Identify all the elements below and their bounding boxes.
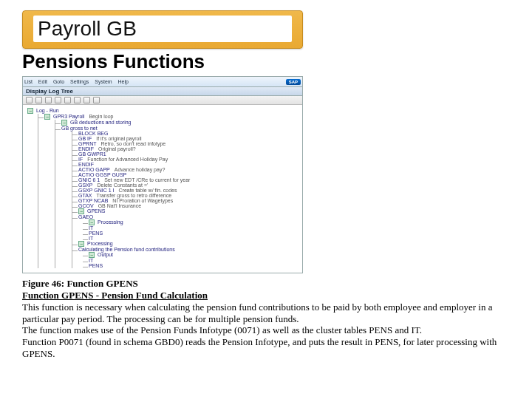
search-icon[interactable] [64, 97, 71, 103]
tree-row[interactable]: GB IFIf it's original payroll [78, 136, 298, 141]
row-comment: Create table w/ fin. codes [119, 188, 177, 193]
row-label: Output [98, 252, 113, 257]
row-label: GPRNT [78, 141, 97, 146]
row-label: ACTIO GGSP GUSP [78, 172, 126, 177]
tree-sub-line[interactable]: GB gross to net [61, 126, 298, 131]
tree-root[interactable]: − Log - Run [27, 108, 298, 114]
sap-page-title: Display Log Tree [23, 87, 302, 96]
body-text-2: The function makes use of the Pension Fu… [22, 324, 510, 336]
row-comment: If it's original payroll [96, 136, 141, 141]
row-label: Processing [98, 219, 123, 225]
row-comment: Set new EDT /CRe to current for year [104, 177, 190, 183]
row-label: PENS [89, 263, 103, 268]
menu-edit[interactable]: Edit [38, 79, 47, 84]
sap-window: List Edit Goto Settings System Help SAP … [22, 76, 303, 273]
tree-row[interactable]: ACTIO GAPPAdvance holiday pay? [78, 167, 298, 172]
tree-row[interactable]: GPRNTRetro, so don't read infotype [78, 141, 298, 146]
tree-row[interactable]: −Processing [78, 241, 298, 247]
tree-row[interactable]: GTAXTransfer gross to retro difference [78, 193, 298, 198]
page-title: Payroll GB [33, 16, 292, 42]
minus-icon[interactable]: − [89, 219, 95, 225]
row-comment: Transfer gross to retro difference [97, 193, 172, 198]
page-subtitle: Pensions Functions [22, 50, 510, 73]
tree-row[interactable]: PENS [89, 231, 298, 236]
row-label: BLOCK BEG [78, 131, 108, 136]
log-tree: − Log - Run − GPR3 Payroll Begin loop − … [23, 105, 302, 273]
tree-row[interactable]: −Output [89, 252, 298, 258]
tree-main[interactable]: − GPR3 Payroll Begin loop [44, 114, 298, 120]
menu-goto[interactable]: Goto [53, 79, 64, 84]
row-label: IT [89, 225, 93, 231]
row-label: IT [89, 236, 93, 241]
caption-block: Figure 46: Function GPENS Function GPENS… [22, 278, 510, 360]
cancel-icon[interactable] [55, 97, 61, 103]
row-label: GSXP GNIC 1 I [78, 188, 115, 193]
tree-sub-root[interactable]: − GB deductions and storing [61, 120, 298, 126]
tree-row[interactable]: IT [89, 236, 298, 241]
tree-row[interactable]: GSXPDelete Constants at =' [78, 183, 298, 188]
run-icon[interactable] [45, 97, 52, 103]
row-label: GCOV [78, 203, 94, 208]
row-label: GPENS [87, 208, 106, 214]
tree-row[interactable]: GSXP GNIC 1 ICreate table w/ fin. codes [78, 188, 298, 193]
tree-row[interactable]: −GPENS [78, 208, 298, 214]
row-comment: Original payroll? [98, 146, 136, 151]
row-label: ENDIF [78, 162, 94, 167]
sap-toolbar [23, 96, 302, 105]
tree-row[interactable]: ENDIF [78, 162, 298, 167]
tree-row[interactable]: ACTIO GGSP GUSP [78, 172, 298, 177]
row-label: PENS [89, 231, 103, 236]
row-label: IF [78, 157, 83, 162]
up-icon[interactable] [35, 97, 42, 103]
body-text-3: Function P0071 (found in schema GBD0) re… [22, 336, 510, 360]
title-box: Payroll GB [22, 10, 303, 49]
tree-row[interactable]: IT [89, 225, 298, 231]
menu-help[interactable]: Help [118, 79, 129, 84]
sap-menu[interactable]: List Edit Goto Settings System Help [24, 79, 133, 84]
export-icon[interactable] [83, 97, 90, 103]
tree-row[interactable]: PENS [89, 263, 298, 268]
row-label: IT [89, 258, 93, 263]
row-label: Processing [87, 241, 113, 246]
back-icon[interactable] [26, 97, 33, 103]
row-label: ENDIF [78, 146, 94, 151]
menu-system[interactable]: System [95, 79, 112, 84]
tree-row[interactable]: GCOVGB Nat'l Insurance [78, 203, 298, 208]
menu-settings[interactable]: Settings [70, 79, 89, 84]
tree-row[interactable]: GAEO [78, 214, 298, 219]
row-comment: Function for Advanced Holiday Pay [87, 157, 168, 162]
sap-titlebar: List Edit Goto Settings System Help SAP [23, 77, 302, 87]
row-comment: Delete Constants at =' [97, 183, 148, 188]
row-label: ACTIO GAPP [78, 167, 110, 172]
tree-row[interactable]: GNIC 6 1Set new EDT /CRe to current for … [78, 177, 298, 183]
print-icon[interactable] [74, 97, 81, 103]
minus-icon[interactable]: − [78, 208, 84, 214]
row-label: GB GWPR1 [78, 151, 106, 157]
row-label: Calculating the Pension fund contributio… [78, 247, 175, 252]
row-comment: Retro, so don't read infotype [101, 141, 166, 146]
figure-label: Figure 46: Function GPENS [22, 278, 510, 290]
body-text-1: This function is necessary when calculat… [22, 301, 510, 325]
tree-row[interactable]: Calculating the Pension fund contributio… [78, 247, 298, 252]
minus-icon[interactable]: − [61, 120, 67, 126]
minus-icon[interactable]: − [78, 241, 84, 247]
minus-icon[interactable]: − [89, 252, 95, 258]
tree-row[interactable]: GB GWPR1 [78, 151, 298, 157]
tree-row[interactable]: GTXP NCABNI Proration of Wagetypes [78, 198, 298, 203]
row-label: GB IF [78, 136, 92, 141]
tree-row[interactable]: BLOCK BEG [78, 131, 298, 136]
row-label: GSXP [78, 183, 92, 188]
config-icon[interactable] [93, 97, 100, 103]
row-comment: Advance holiday pay? [115, 167, 166, 172]
menu-list[interactable]: List [24, 79, 33, 84]
row-label: GTXP NCAB [78, 198, 108, 203]
tree-row[interactable]: ENDIFOriginal payroll? [78, 146, 298, 151]
sap-logo: SAP [286, 79, 301, 85]
row-comment: GB Nat'l Insurance [98, 203, 142, 208]
tree-row[interactable]: −Processing [89, 219, 298, 225]
minus-icon[interactable]: − [27, 108, 33, 114]
minus-icon[interactable]: − [44, 114, 50, 120]
tree-row[interactable]: IFFunction for Advanced Holiday Pay [78, 157, 298, 162]
row-label: GAEO [78, 214, 93, 219]
tree-row[interactable]: IT [89, 258, 298, 263]
